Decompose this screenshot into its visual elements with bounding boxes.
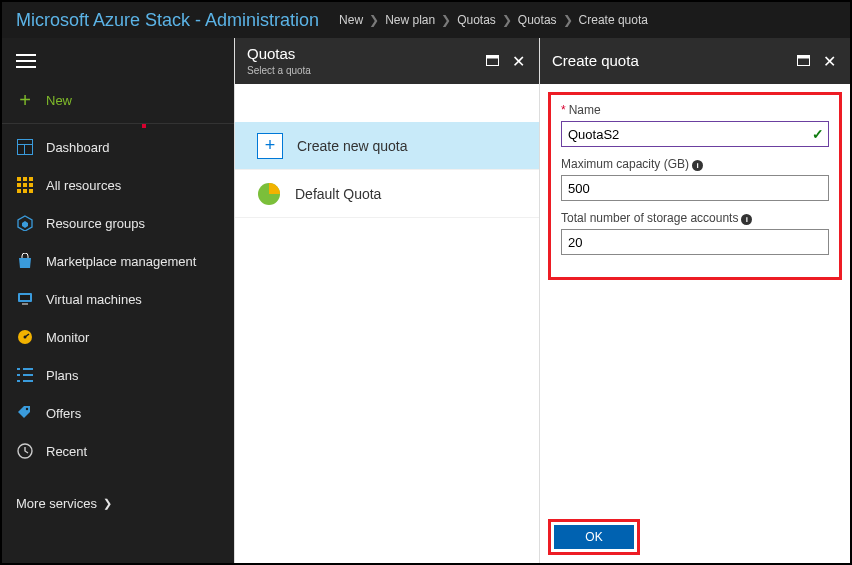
breadcrumb-item[interactable]: New xyxy=(339,13,363,27)
blade-header: Create quota ✕ xyxy=(540,38,850,84)
blade-title: Quotas xyxy=(247,46,475,63)
svg-rect-23 xyxy=(486,56,498,59)
sidebar-item-marketplace[interactable]: Marketplace management xyxy=(2,242,234,280)
chevron-right-icon: ❯ xyxy=(563,13,573,27)
bag-icon xyxy=(16,252,34,270)
accounts-label: Total number of storage accountsi xyxy=(561,211,829,225)
quotas-blade: Quotas Select a quota ✕ + Create new quo… xyxy=(234,38,539,563)
chevron-right-icon: ❯ xyxy=(441,13,451,27)
chevron-right-icon: ❯ xyxy=(103,497,112,510)
sidebar-item-label: Plans xyxy=(46,368,220,383)
breadcrumb-item[interactable]: Quotas xyxy=(518,13,557,27)
blade-subtitle: Select a quota xyxy=(247,65,475,76)
sidebar-item-dashboard[interactable]: Dashboard xyxy=(2,128,234,166)
sidebar-item-label: Recent xyxy=(46,444,220,459)
sidebar-item-label: Marketplace management xyxy=(46,254,220,269)
info-icon[interactable]: i xyxy=(741,214,752,225)
quota-row[interactable]: Default Quota xyxy=(235,170,539,218)
create-quota-blade: Create quota ✕ *Name ✓ Maximum capacity … xyxy=(539,38,850,563)
tag-icon xyxy=(16,404,34,422)
breadcrumb-item[interactable]: Create quota xyxy=(579,13,648,27)
sidebar-item-new[interactable]: + New xyxy=(2,81,234,119)
info-icon[interactable]: i xyxy=(692,160,703,171)
svg-rect-6 xyxy=(29,177,33,181)
capacity-label: Maximum capacity (GB)i xyxy=(561,157,829,171)
capacity-field: Maximum capacity (GB)i xyxy=(561,157,829,201)
row-label: Default Quota xyxy=(295,186,381,202)
grid-icon xyxy=(16,176,34,194)
svg-rect-1 xyxy=(18,140,32,144)
svg-rect-2 xyxy=(18,145,24,154)
cube-icon xyxy=(16,214,34,232)
clock-icon xyxy=(16,442,34,460)
form-highlight: *Name ✓ Maximum capacity (GB)i Total num… xyxy=(548,92,842,280)
sidebar-item-label: New xyxy=(46,93,220,108)
svg-rect-5 xyxy=(23,177,27,181)
dashboard-icon xyxy=(16,138,34,156)
sidebar: + New Dashboard All resources Resource g… xyxy=(2,38,234,563)
svg-rect-16 xyxy=(20,295,30,300)
sidebar-item-virtual-machines[interactable]: Virtual machines xyxy=(2,280,234,318)
sidebar-item-recent[interactable]: Recent xyxy=(2,432,234,470)
chevron-right-icon: ❯ xyxy=(502,13,512,27)
pie-icon xyxy=(257,182,281,206)
accounts-input[interactable] xyxy=(561,229,829,255)
sidebar-item-label: All resources xyxy=(46,178,220,193)
sidebar-more-label: More services xyxy=(16,496,97,511)
capacity-input[interactable] xyxy=(561,175,829,201)
ok-button[interactable]: OK xyxy=(554,525,634,549)
maximize-icon[interactable] xyxy=(483,53,501,69)
top-bar: Microsoft Azure Stack - Administration N… xyxy=(2,2,850,38)
svg-rect-26 xyxy=(797,56,809,59)
sidebar-item-label: Offers xyxy=(46,406,220,421)
svg-rect-17 xyxy=(22,303,28,305)
blade-title: Create quota xyxy=(552,53,786,70)
blade-header: Quotas Select a quota ✕ xyxy=(235,38,539,84)
chevron-right-icon: ❯ xyxy=(369,13,379,27)
sidebar-item-label: Resource groups xyxy=(46,216,220,231)
svg-marker-14 xyxy=(22,221,28,228)
sidebar-item-monitor[interactable]: Monitor xyxy=(2,318,234,356)
plus-icon: + xyxy=(16,91,34,109)
name-input[interactable] xyxy=(561,121,829,147)
close-icon[interactable]: ✕ xyxy=(509,52,527,71)
svg-point-19 xyxy=(24,336,27,339)
breadcrumb: New ❯ New plan ❯ Quotas ❯ Quotas ❯ Creat… xyxy=(339,13,648,27)
create-new-quota-row[interactable]: + Create new quota xyxy=(235,122,539,170)
breadcrumb-item[interactable]: New plan xyxy=(385,13,435,27)
svg-rect-3 xyxy=(25,145,32,154)
hamburger-button[interactable] xyxy=(2,44,234,81)
sidebar-item-plans[interactable]: Plans xyxy=(2,356,234,394)
sidebar-item-label: Virtual machines xyxy=(46,292,220,307)
sidebar-item-offers[interactable]: Offers xyxy=(2,394,234,432)
breadcrumb-item[interactable]: Quotas xyxy=(457,13,496,27)
svg-rect-9 xyxy=(29,183,33,187)
name-field: *Name ✓ xyxy=(561,103,829,147)
maximize-icon[interactable] xyxy=(794,53,812,69)
plus-icon: + xyxy=(257,133,283,159)
svg-point-20 xyxy=(26,408,28,410)
sidebar-more-services[interactable]: More services ❯ xyxy=(2,482,234,525)
svg-rect-11 xyxy=(23,189,27,193)
vm-icon xyxy=(16,290,34,308)
check-icon: ✓ xyxy=(812,126,824,142)
sidebar-item-all-resources[interactable]: All resources xyxy=(2,166,234,204)
accounts-field: Total number of storage accountsi xyxy=(561,211,829,255)
marker-icon xyxy=(142,124,146,128)
svg-rect-12 xyxy=(29,189,33,193)
divider xyxy=(2,123,234,124)
svg-rect-4 xyxy=(17,177,21,181)
svg-rect-7 xyxy=(17,183,21,187)
ok-highlight: OK xyxy=(548,519,640,555)
sidebar-item-resource-groups[interactable]: Resource groups xyxy=(2,204,234,242)
close-icon[interactable]: ✕ xyxy=(820,52,838,71)
sidebar-item-label: Monitor xyxy=(46,330,220,345)
name-label: *Name xyxy=(561,103,829,117)
row-label: Create new quota xyxy=(297,138,408,154)
portal-title[interactable]: Microsoft Azure Stack - Administration xyxy=(10,10,325,31)
svg-rect-10 xyxy=(17,189,21,193)
svg-rect-8 xyxy=(23,183,27,187)
list-icon xyxy=(16,366,34,384)
sidebar-item-label: Dashboard xyxy=(46,140,220,155)
gauge-icon xyxy=(16,328,34,346)
